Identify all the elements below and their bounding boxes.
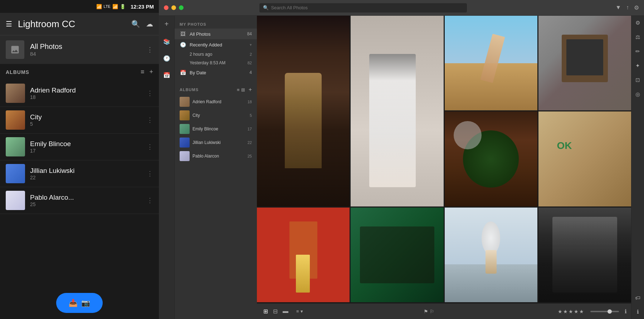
list-view-button[interactable]: ▬	[280, 307, 291, 316]
mobile-album-list: Adrien Radford 18 ⋮ City 5 ⋮ Emily Blinc…	[0, 80, 159, 287]
flag-icons: ⚑ ⚐	[424, 309, 434, 314]
sort-button[interactable]: ≡ ▾	[296, 309, 303, 314]
photo-cell-4[interactable]	[538, 16, 631, 110]
info-icon[interactable]: ℹ	[625, 308, 627, 315]
photo-cell-3[interactable]	[445, 16, 537, 110]
album-nav-pablo[interactable]: Pablo Alarcon 25	[175, 149, 257, 163]
album-nav-jillian[interactable]: Jillian Lukiwski 22	[175, 136, 257, 149]
mobile-album-item-adrien[interactable]: Adrien Radford 18 ⋮	[0, 80, 159, 107]
adrien-more-button[interactable]: ⋮	[147, 89, 153, 97]
photo-cell-2[interactable]	[351, 16, 443, 206]
photo-cell-1[interactable]	[257, 16, 350, 206]
star-1[interactable]: ★	[558, 309, 562, 314]
jillian-name: Jillian Lukiwski	[30, 167, 142, 175]
list-view-icon[interactable]: ≡	[237, 87, 240, 93]
add-album-desktop-icon[interactable]: +	[249, 86, 252, 93]
photo-cell-9[interactable]	[445, 208, 537, 302]
album-nav-city[interactable]: City 5	[175, 109, 257, 122]
zoom-slider[interactable]	[590, 311, 619, 312]
hamburger-menu-icon[interactable]: ☰	[6, 20, 12, 28]
clock-icon[interactable]: 🕐	[162, 54, 172, 63]
right-adjust-icon[interactable]: ⚖	[634, 33, 641, 41]
desktop-panel: 🔍 ▼ ↑ ⚙ + 📚 🕐 📅 MY PHOTOS	[159, 0, 644, 319]
emily-thumbnail	[6, 137, 25, 156]
photo-cell-6[interactable]: OK	[538, 111, 631, 206]
adrien-info: Adrien Radford 18	[30, 86, 142, 100]
add-icon[interactable]: +	[163, 19, 170, 30]
photo-cell-8[interactable]	[351, 208, 443, 302]
library-icon[interactable]: 📚	[162, 37, 172, 46]
jillian-count: 22	[30, 175, 142, 180]
close-window-button[interactable]	[164, 5, 169, 10]
small-grid-view-button[interactable]: ⊟	[271, 307, 280, 316]
all-photos-more-button[interactable]: ⋮	[147, 46, 153, 54]
emily-name: Emily Blincoe	[30, 140, 142, 148]
star-4[interactable]: ★	[574, 309, 579, 314]
add-album-icon[interactable]: +	[149, 68, 153, 76]
star-rating: ★ ★ ★ ★ ★	[558, 309, 584, 314]
photo-cell-7[interactable]	[257, 208, 350, 302]
jillian-nav-label: Jillian Lukiwski	[192, 140, 245, 145]
city-thumbnail	[6, 110, 25, 130]
slider-track[interactable]	[590, 311, 619, 312]
right-healing-icon[interactable]: ✦	[634, 61, 641, 70]
city-nav-count: 5	[250, 113, 252, 118]
search-input[interactable]	[271, 5, 463, 10]
subitem-2hrs-label: 2 hours ago	[190, 52, 246, 57]
right-info-icon[interactable]: ℹ	[636, 308, 640, 316]
right-target-icon[interactable]: ◎	[634, 90, 641, 99]
import-photos-button[interactable]: 📥 📷	[56, 293, 103, 313]
photo-cell-5[interactable]	[445, 111, 537, 206]
square-grid-view-button[interactable]: ⊞	[261, 307, 270, 316]
all-photos-nav-count: 84	[247, 31, 252, 36]
star-2[interactable]: ★	[563, 309, 568, 314]
nav-all-photos[interactable]: 🖼 All Photos 84	[175, 29, 257, 39]
jillian-thumbnail	[6, 164, 25, 183]
battery-icon: 🔋	[120, 4, 126, 9]
album-nav-adrien[interactable]: Adrien Radford 18	[175, 95, 257, 109]
slider-thumb[interactable]	[608, 309, 612, 314]
mobile-album-item-emily[interactable]: Emily Blincoe 17 ⋮	[0, 134, 159, 160]
sort-arrow-icon: ▾	[301, 309, 303, 314]
subitem-2hrs[interactable]: 2 hours ago 2	[185, 50, 257, 59]
star-3[interactable]: ★	[569, 309, 573, 314]
album-nav-emily[interactable]: Emily Blincoe 17	[175, 122, 257, 136]
sort-albums-icon[interactable]: ≡	[141, 68, 145, 76]
subitem-yesterday[interactable]: Yesterday 8:53 AM 82	[185, 59, 257, 67]
photo-cell-10[interactable]	[538, 208, 631, 302]
app-title: Lightroom CC	[18, 19, 126, 30]
camera-capture-icon: 📷	[81, 299, 90, 307]
flag-icon-1[interactable]: ⚑	[424, 309, 428, 314]
subitem-yesterday-label: Yesterday 8:53 AM	[190, 60, 244, 65]
grid-view-icon[interactable]: ⊞	[241, 87, 245, 93]
sort-icon: ≡	[296, 309, 299, 314]
star-5[interactable]: ★	[579, 309, 584, 314]
calendar-icon[interactable]: 📅	[162, 70, 172, 80]
jillian-more-button[interactable]: ⋮	[147, 170, 153, 178]
city-more-button[interactable]: ⋮	[147, 116, 153, 124]
filter-icon[interactable]: ▼	[615, 4, 621, 11]
mobile-album-item-jillian[interactable]: Jillian Lukiwski 22 ⋮	[0, 160, 159, 187]
all-photos-row[interactable]: All Photos 84 ⋮	[0, 35, 159, 64]
search-icon[interactable]: 🔍	[131, 20, 140, 28]
right-settings-icon[interactable]: ⚙	[634, 19, 641, 27]
emily-more-button[interactable]: ⋮	[147, 143, 153, 151]
cloud-sync-icon[interactable]: ☁	[146, 20, 153, 28]
share-icon[interactable]: ↑	[626, 4, 629, 11]
adjust-icon[interactable]: ⚙	[634, 4, 639, 11]
nav-by-date[interactable]: 📅 By Date 4	[175, 67, 257, 78]
minimize-window-button[interactable]	[171, 5, 176, 10]
right-crop-icon[interactable]: ⊡	[634, 76, 641, 84]
emily-info: Emily Blincoe 17	[30, 140, 142, 154]
nav-recently-added[interactable]: 🕐 Recently Added ▾	[175, 39, 257, 50]
right-brush-icon[interactable]: ✏	[634, 47, 641, 56]
mobile-album-item-pablo[interactable]: Pablo Alarco... 25 ⋮	[0, 187, 159, 214]
maximize-window-button[interactable]	[179, 5, 184, 10]
pablo-more-button[interactable]: ⋮	[147, 196, 153, 204]
flag-icon-2[interactable]: ⚐	[430, 309, 434, 314]
mobile-album-item-city[interactable]: City 5 ⋮	[0, 107, 159, 134]
right-tag-icon[interactable]: 🏷	[634, 294, 641, 302]
desktop-body: + 📚 🕐 📅 MY PHOTOS 🖼 All Photos 84 🕐	[159, 16, 644, 319]
jillian-info: Jillian Lukiwski 22	[30, 167, 142, 180]
search-bar[interactable]: 🔍	[259, 3, 467, 13]
